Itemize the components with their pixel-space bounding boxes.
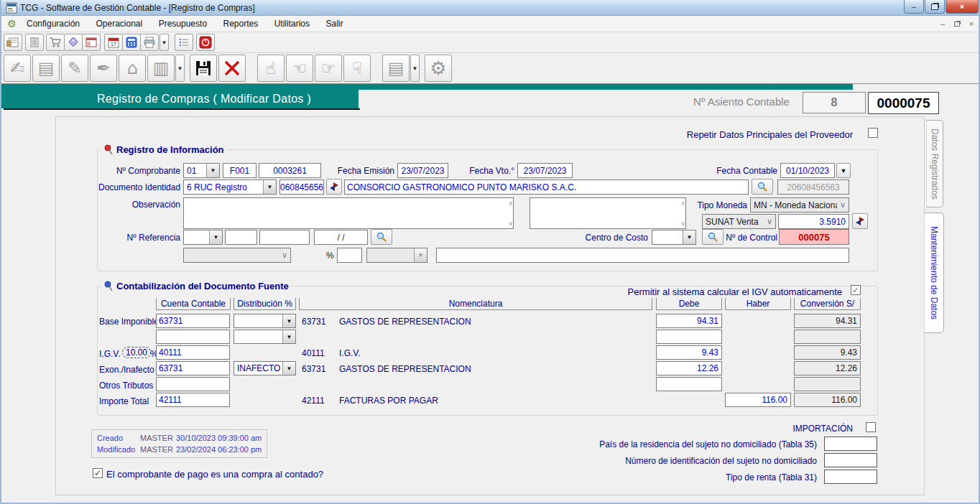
notes-button[interactable]: ▤ [382, 55, 410, 82]
repetir-checkbox[interactable] [868, 128, 878, 138]
menu-presupuesto[interactable]: Presupuesto [152, 16, 213, 29]
observacion-field-2[interactable]: ∧∨ [530, 197, 686, 229]
igv-tasa-field[interactable]: 10.00 [122, 347, 151, 358]
detraccion-descripcion-field[interactable] [436, 248, 849, 263]
exit-button[interactable] [196, 34, 215, 51]
mdi-close-button[interactable]: × [966, 18, 977, 29]
scroll-arrows-icon[interactable]: ∧∨ [508, 198, 513, 228]
dropdown-arrow-icon[interactable]: ▼ [683, 230, 695, 244]
next-record-button[interactable]: ☞ [315, 55, 342, 82]
notes-dropdown[interactable]: ▼ [410, 55, 420, 82]
last-record-button[interactable]: ☟ [343, 55, 371, 82]
tag-button[interactable] [64, 34, 83, 51]
scroll-arrows-icon[interactable]: ∧∨ [680, 198, 685, 228]
dropdown-arrow-icon[interactable]: ▼ [209, 230, 222, 244]
referencia-search-button[interactable] [371, 229, 392, 245]
centro-costo-select[interactable]: ▼ [652, 230, 696, 245]
dropdown-arrow-icon[interactable]: ▼ [414, 248, 427, 262]
settings-button[interactable]: ⚙ [425, 55, 452, 82]
calendar-button[interactable]: 17 [104, 34, 123, 51]
tipo-moneda-select[interactable]: MN - Moneda Nacional ∨ [750, 197, 849, 213]
dropdown-arrow-icon[interactable]: ▼ [206, 164, 219, 177]
doc-tipo-select[interactable]: 6 RUC Registro ▼ [183, 179, 277, 195]
chevron-down-icon[interactable]: ∨ [837, 198, 849, 212]
print-button[interactable] [140, 34, 159, 51]
igv-debe-field[interactable]: 9.43 [656, 345, 722, 360]
otros-debe-field[interactable] [656, 377, 722, 391]
base-cuenta-field[interactable]: 63731 [156, 314, 230, 328]
menu-utilitarios[interactable]: Utilitarios [268, 16, 316, 29]
numero-identificacion-field[interactable] [824, 453, 877, 467]
proveedor-search-button[interactable] [752, 179, 773, 195]
porcentaje-field[interactable] [337, 248, 362, 263]
fecha-emision-field[interactable]: 23/07/2023 [397, 163, 448, 178]
base-distribucion-select[interactable]: ▼ [234, 314, 296, 328]
comprobante-numero-field[interactable]: 0003261 [259, 163, 321, 178]
pais-residencia-field[interactable] [824, 437, 877, 451]
igv-auto-checkbox[interactable] [851, 285, 861, 295]
tipo-cambio-field[interactable]: 3.5910 [778, 214, 849, 229]
referencia-fecha-field[interactable]: / / [314, 230, 368, 245]
books-dropdown[interactable]: ▼ [175, 55, 185, 82]
archive-button[interactable] [25, 34, 44, 51]
base2-debe-field[interactable] [656, 330, 722, 344]
menu-operacional[interactable]: Operacional [90, 16, 149, 29]
form-button[interactable] [82, 34, 101, 51]
books-button[interactable]: ▥ [147, 55, 175, 82]
comprobante-tipo-select[interactable]: 01 ▼ [183, 163, 220, 178]
base2-cuenta-field[interactable] [156, 330, 230, 344]
calculator-button[interactable] [122, 34, 141, 51]
referencia-serie-field[interactable] [225, 230, 257, 245]
dropdown-arrow-icon[interactable]: ▼ [282, 330, 295, 343]
menu-configuracion[interactable]: Configuración [20, 16, 86, 29]
chevron-down-icon[interactable]: ∨ [279, 248, 290, 262]
detraccion-select[interactable]: ∨ [183, 248, 291, 263]
tipo-renta-field[interactable] [824, 470, 877, 484]
observacion-field-1[interactable]: ∧∨ [183, 197, 514, 229]
base-debe-field[interactable]: 94.31 [656, 314, 722, 328]
contado-checkbox[interactable] [93, 468, 103, 478]
new-record-button[interactable]: ✍ [4, 55, 31, 82]
dropdown-arrow-icon[interactable]: ▼ [263, 180, 276, 194]
delete-button[interactable] [218, 55, 246, 82]
tipo-cambio-swap-button[interactable] [852, 213, 868, 229]
total-haber-field[interactable]: 116.00 [725, 393, 791, 407]
doc-numero-field[interactable]: 20608456563 [279, 179, 324, 195]
centro-costo-search-button[interactable] [702, 229, 724, 245]
comprobante-serie-field[interactable]: F001 [223, 163, 256, 178]
swap-button[interactable] [326, 179, 342, 195]
exon-debe-field[interactable]: 12.26 [656, 361, 722, 375]
fecha-contable-dropdown[interactable]: ▼ [836, 163, 851, 178]
menu-salir[interactable]: Salir [319, 16, 349, 29]
sign-record-button[interactable]: ✒ [90, 55, 117, 82]
total-cuenta-field[interactable]: 42111 [156, 393, 230, 407]
exon-cuenta-field[interactable]: 63731 [156, 361, 230, 375]
edit-record-button[interactable]: ✎ [61, 55, 88, 82]
referencia-tipo-select[interactable]: ▼ [183, 230, 223, 245]
purchases-button[interactable] [46, 34, 65, 51]
chevron-down-icon[interactable]: ∨ [764, 215, 775, 228]
minimize-button[interactable]: – [904, 0, 924, 14]
view-record-button[interactable]: ▤ [32, 55, 60, 82]
fecha-vto-field[interactable]: 23/07/2023 [517, 163, 573, 178]
save-button[interactable] [190, 55, 217, 82]
referencia-numero-field[interactable] [259, 230, 310, 245]
tipo-cambio-fuente-select[interactable]: SUNAT Venta ∨ [702, 214, 776, 229]
fecha-contable-field[interactable]: 01/10/2023 [780, 163, 835, 178]
detraccion-tipo-select[interactable]: ▼ [366, 248, 427, 263]
razon-social-field[interactable]: CONSORCIO GASTRONOMICO PUNTO MARISKO S.A… [344, 179, 749, 195]
company-button[interactable]: ⌂ [119, 55, 146, 82]
mdi-minimize-button[interactable]: – [937, 18, 948, 29]
menu-reportes[interactable]: Reportes [217, 16, 265, 29]
tab-datos-registrados[interactable]: Datos Registrados [926, 120, 943, 207]
print-options-dropdown[interactable]: ▼ [160, 34, 169, 51]
otros-cuenta-field[interactable] [156, 377, 230, 391]
dropdown-arrow-icon[interactable]: ▼ [282, 314, 295, 327]
first-record-button[interactable]: ☝ [257, 55, 285, 82]
ledger-button[interactable] [4, 34, 22, 51]
list-button[interactable] [175, 34, 193, 51]
importacion-checkbox[interactable] [866, 422, 876, 432]
igv-cuenta-field[interactable]: 40111 [156, 345, 230, 360]
mdi-restore-button[interactable] [951, 18, 963, 29]
exon-tipo-select[interactable]: INAFECTO ▼ [234, 361, 296, 375]
